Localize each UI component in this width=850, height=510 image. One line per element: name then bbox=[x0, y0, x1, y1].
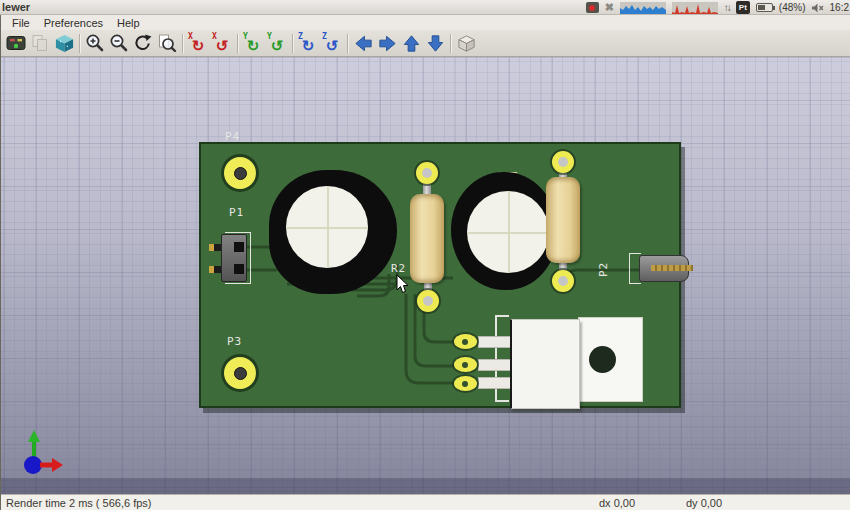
wireframe-cube-icon bbox=[456, 33, 477, 54]
redraw-icon bbox=[133, 33, 153, 53]
z-axis-dot bbox=[24, 456, 42, 474]
rotate-ccw-icon: ↺ bbox=[271, 38, 284, 53]
arrow-right-icon bbox=[377, 33, 398, 54]
pt-indicator-icon[interactable]: Pt bbox=[736, 1, 750, 14]
pan-left-button[interactable] bbox=[351, 32, 375, 55]
render-time-status: Render time 2 ms ( 566,6 fps) bbox=[6, 497, 152, 509]
cpu-load-graph bbox=[620, 2, 666, 14]
zoom-fit-icon bbox=[157, 33, 177, 53]
ref-label-p2-wrap: P2 bbox=[593, 257, 611, 277]
rotate-x-cw-button[interactable]: X ↻ bbox=[186, 32, 210, 55]
menu-preferences[interactable]: Preferences bbox=[44, 17, 103, 29]
axis-y-label: Y bbox=[267, 32, 272, 41]
menu-help[interactable]: Help bbox=[117, 17, 140, 29]
toolbar-separator bbox=[79, 34, 80, 53]
toolbar-separator bbox=[450, 34, 451, 53]
kicad-3d-viewer-window: lewer ✖ ↑↓ Pt (48%) bbox=[0, 0, 850, 510]
volume-muted-icon[interactable] bbox=[812, 3, 824, 13]
capacitor-c1-top bbox=[286, 186, 368, 268]
battery-percentage: (48%) bbox=[779, 2, 806, 13]
rotate-cw-icon: ↻ bbox=[247, 38, 260, 53]
ref-label-r2: R2 bbox=[391, 262, 406, 275]
rotate-z-cw-button[interactable]: Z ↻ bbox=[296, 32, 320, 55]
rotate-ccw-icon: ↺ bbox=[326, 38, 339, 53]
tray-close-icon[interactable]: ✖ bbox=[605, 2, 614, 13]
battery-icon[interactable] bbox=[756, 3, 773, 12]
reload-board-icon bbox=[6, 35, 26, 51]
regulator-mount-hole bbox=[589, 346, 616, 373]
ring-pad bbox=[416, 162, 438, 184]
capacitor-vent-line bbox=[508, 191, 510, 273]
ref-label-p4: P4 bbox=[225, 130, 240, 143]
cpu-load-graph-icon[interactable] bbox=[620, 2, 666, 14]
capacitor-c2-top bbox=[467, 191, 549, 273]
resistor-r2 bbox=[546, 177, 580, 263]
pin-slot bbox=[234, 242, 244, 252]
reload-board-button[interactable] bbox=[4, 32, 28, 55]
dx-status: dx 0,00 bbox=[599, 497, 635, 509]
zoom-fit-button[interactable] bbox=[155, 32, 179, 55]
clock[interactable]: 16:2 bbox=[830, 2, 849, 13]
network-load-graph bbox=[672, 2, 718, 14]
rotate-y-cw-button[interactable]: Y ↻ bbox=[241, 32, 265, 55]
3d-viewport[interactable]: P4 P1 R2 bbox=[0, 57, 850, 494]
rotate-y-ccw-button[interactable]: Y ↺ bbox=[265, 32, 289, 55]
rotate-z-ccw-button[interactable]: Z ↺ bbox=[320, 32, 344, 55]
smd-pad bbox=[454, 357, 477, 372]
smd-pad bbox=[454, 376, 477, 391]
axis-indicator bbox=[19, 428, 69, 478]
axis-x-label: X bbox=[188, 32, 193, 41]
resistor-r1 bbox=[410, 194, 444, 283]
silkscreen-tick bbox=[495, 400, 509, 402]
system-tray: ✖ ↑↓ Pt (48%) 16:2 bbox=[586, 0, 850, 15]
redraw-button[interactable] bbox=[131, 32, 155, 55]
arrow-left-icon bbox=[353, 33, 374, 54]
menubar: File Preferences Help bbox=[0, 15, 850, 30]
copy-image-button[interactable] bbox=[28, 32, 52, 55]
pan-up-button[interactable] bbox=[399, 32, 423, 55]
axis-x-label: X bbox=[212, 32, 217, 41]
toolbar: X ↻ X ↺ Y ↻ Y ↺ Z ↻ Z ↺ bbox=[0, 30, 850, 57]
arrow-down-icon bbox=[425, 33, 446, 54]
regulator-body-u1 bbox=[510, 319, 580, 409]
zoom-in-icon bbox=[85, 33, 105, 53]
network-load-graph-icon[interactable] bbox=[672, 2, 718, 14]
zoom-in-button[interactable] bbox=[83, 32, 107, 55]
copy-image-icon bbox=[31, 34, 49, 52]
menu-file[interactable]: File bbox=[12, 17, 30, 29]
system-panel: lewer ✖ ↑↓ Pt (48%) bbox=[0, 0, 850, 15]
mouse-cursor bbox=[396, 275, 410, 295]
zoom-out-button[interactable] bbox=[107, 32, 131, 55]
pan-down-button[interactable] bbox=[423, 32, 447, 55]
screen-record-icon[interactable] bbox=[586, 2, 599, 13]
arrow-up-icon bbox=[401, 33, 422, 54]
ortho-view-button[interactable] bbox=[454, 32, 478, 55]
rotate-x-ccw-button[interactable]: X ↺ bbox=[210, 32, 234, 55]
toolbar-separator bbox=[237, 34, 238, 53]
toolbar-separator bbox=[292, 34, 293, 53]
pin-slot bbox=[234, 264, 244, 274]
through-hole-pad-p4 bbox=[224, 157, 256, 189]
rotate-ccw-icon: ↺ bbox=[216, 38, 229, 53]
ring-pad bbox=[417, 290, 439, 312]
axis-z-label: Z bbox=[298, 32, 303, 41]
window-border bbox=[0, 15, 1, 510]
toolbar-separator bbox=[182, 34, 183, 53]
regulator-lead bbox=[478, 359, 512, 371]
zoom-out-icon bbox=[109, 33, 129, 53]
statusbar: Render time 2 ms ( 566,6 fps) dx 0,00 dy… bbox=[0, 494, 850, 510]
ring-pad bbox=[552, 270, 574, 292]
ref-label-p3: P3 bbox=[227, 335, 242, 348]
pan-right-button[interactable] bbox=[375, 32, 399, 55]
viewport-bottom-shade bbox=[1, 478, 850, 494]
ref-label-p1: P1 bbox=[229, 206, 244, 219]
3d-shaded-mode-button[interactable] bbox=[52, 32, 76, 55]
capacitor-vent-line bbox=[327, 186, 329, 268]
network-updown-icon[interactable]: ↑↓ bbox=[724, 2, 730, 13]
regulator-lead bbox=[478, 336, 512, 348]
ref-label-p2: P2 bbox=[597, 262, 610, 277]
through-hole-pad-p3 bbox=[224, 357, 256, 389]
axis-z-label: Z bbox=[322, 32, 327, 41]
ring-pad bbox=[552, 151, 574, 173]
rotate-cw-icon: ↻ bbox=[192, 38, 205, 53]
